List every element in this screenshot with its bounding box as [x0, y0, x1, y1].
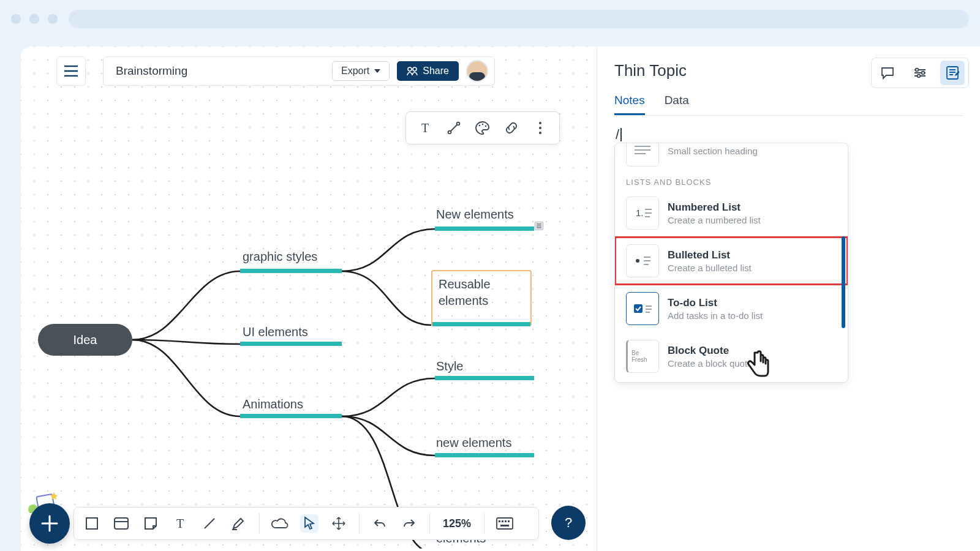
mindmap-node-graphic-styles[interactable]: graphic styles — [243, 250, 317, 264]
undo-icon[interactable] — [371, 514, 389, 533]
palette-icon[interactable] — [473, 118, 492, 138]
menu-item-table[interactable]: Table — [615, 380, 848, 383]
add-fab-button[interactable] — [29, 503, 70, 544]
window-zoom-icon[interactable] — [48, 14, 58, 24]
menu-item-numbered-list[interactable]: 1. Numbered List Create a numbered list — [615, 189, 848, 237]
svg-point-7 — [485, 126, 487, 127]
svg-rect-23 — [508, 520, 510, 522]
svg-text:1.: 1. — [636, 208, 644, 218]
menu-item-title: Numbered List — [668, 201, 761, 214]
heading-3-icon — [626, 143, 659, 167]
separator — [359, 513, 360, 534]
menu-item-block-quote[interactable]: Be Fresh Block Quote Create a block quot… — [615, 332, 848, 380]
svg-point-0 — [408, 67, 412, 71]
tab-data[interactable]: Data — [665, 94, 689, 115]
menu-item-title: Bulleted List — [668, 249, 752, 261]
help-fab-button[interactable]: ? — [551, 506, 586, 540]
bulleted-list-icon — [626, 244, 659, 277]
export-label: Export — [341, 66, 369, 77]
text-tool-icon[interactable]: T — [415, 118, 435, 138]
menu-item-todo-list[interactable]: To-do List Add tasks in a to-do list — [615, 285, 848, 332]
note-attached-icon[interactable] — [535, 222, 543, 230]
hamburger-menu-button[interactable] — [56, 56, 86, 86]
mindmap-node-animations[interactable]: Animations — [243, 397, 303, 411]
numbered-list-icon: 1. — [626, 197, 659, 230]
menu-item-heading-3[interactable]: Small section heading — [615, 143, 848, 174]
mindmap-root-label: Idea — [74, 333, 97, 347]
svg-rect-29 — [947, 67, 958, 79]
mindmap-underline — [432, 322, 530, 326]
menu-item-desc: Create a block quote — [668, 358, 752, 369]
panel-tool-switcher — [871, 58, 969, 88]
window-close-icon[interactable] — [11, 14, 21, 24]
keyboard-icon[interactable] — [496, 514, 514, 533]
url-bar[interactable] — [69, 10, 969, 28]
svg-point-26 — [916, 69, 919, 72]
svg-point-3 — [448, 131, 451, 134]
mindmap-underline — [435, 227, 534, 231]
svg-rect-24 — [500, 525, 509, 527]
zoom-level[interactable]: 125% — [441, 517, 473, 530]
mindmap-node-new-elements-top[interactable]: New elements — [436, 208, 514, 222]
hamburger-icon — [64, 66, 78, 77]
card-shape-icon[interactable] — [112, 514, 130, 533]
text-block-icon[interactable]: T — [171, 514, 189, 533]
menu-item-bulleted-list[interactable]: Bulleted List Create a bulleted list — [615, 237, 848, 285]
comments-panel-icon[interactable] — [875, 61, 900, 85]
svg-point-9 — [539, 127, 541, 129]
mindmap-node-label: Reusable elements — [439, 277, 491, 307]
block-quote-icon: Be Fresh — [626, 340, 659, 373]
notes-editor-slash[interactable]: / — [616, 127, 963, 143]
redo-icon[interactable] — [400, 514, 418, 533]
share-button[interactable]: Share — [397, 61, 459, 81]
tab-notes[interactable]: Notes — [614, 94, 645, 115]
connector-tool-icon[interactable] — [444, 118, 464, 138]
cloud-sync-icon[interactable] — [271, 514, 289, 533]
svg-point-28 — [918, 75, 921, 78]
mindmap-underline — [240, 342, 342, 346]
link-icon[interactable] — [502, 118, 521, 138]
svg-point-8 — [539, 122, 541, 124]
mindmap-underline — [435, 376, 534, 380]
slash-command-menu: Small section heading LISTS AND BLOCKS 1… — [614, 143, 848, 383]
mindmap-canvas[interactable]: Idea graphic styles UI elements Animatio… — [21, 47, 597, 551]
svg-rect-20 — [499, 520, 500, 522]
mindmap-underline — [435, 453, 534, 457]
menu-section-label: LISTS AND BLOCKS — [615, 174, 848, 189]
window-minimize-icon[interactable] — [29, 14, 39, 24]
svg-rect-15 — [115, 518, 128, 529]
question-icon: ? — [564, 515, 573, 531]
settings-panel-icon[interactable] — [908, 61, 932, 85]
move-tool-icon[interactable] — [330, 514, 348, 533]
mindmap-node-style[interactable]: Style — [436, 359, 463, 373]
svg-rect-21 — [502, 520, 503, 522]
mindmap-root-node[interactable]: Idea — [38, 324, 132, 356]
mindmap-node-reusable-elements-selected[interactable]: Reusable elements — [431, 270, 532, 326]
document-title-bar: Brainstorming Export Share — [103, 56, 495, 86]
user-avatar[interactable] — [466, 60, 488, 82]
mindmap-node-new-elements-bottom[interactable]: new elements — [436, 436, 511, 450]
pointer-tool-icon[interactable] — [300, 514, 318, 533]
mindmap-underline — [240, 269, 342, 273]
svg-point-1 — [413, 67, 417, 71]
square-shape-icon[interactable] — [83, 514, 101, 533]
sticky-note-icon[interactable] — [141, 514, 160, 533]
svg-point-10 — [539, 132, 541, 134]
svg-point-27 — [922, 72, 925, 75]
highlighter-icon[interactable] — [230, 514, 248, 533]
menu-item-desc: Small section heading — [668, 146, 758, 156]
svg-text:T: T — [176, 517, 184, 530]
menu-scrollbar-thumb[interactable] — [842, 236, 845, 328]
line-tool-icon[interactable] — [200, 514, 219, 533]
menu-item-desc: Create a numbered list — [668, 215, 761, 225]
mindmap-node-ui-elements[interactable]: UI elements — [243, 325, 308, 339]
bottom-toolbar: T 125% — [74, 507, 539, 540]
export-button[interactable]: Export — [332, 61, 390, 81]
document-title[interactable]: Brainstorming — [116, 64, 325, 78]
more-icon[interactable] — [530, 118, 550, 138]
notes-panel-icon[interactable] — [940, 61, 965, 85]
menu-item-title: To-do List — [668, 297, 763, 309]
node-float-toolbar: T — [405, 111, 560, 144]
plus-icon — [41, 515, 58, 532]
separator — [429, 513, 430, 534]
